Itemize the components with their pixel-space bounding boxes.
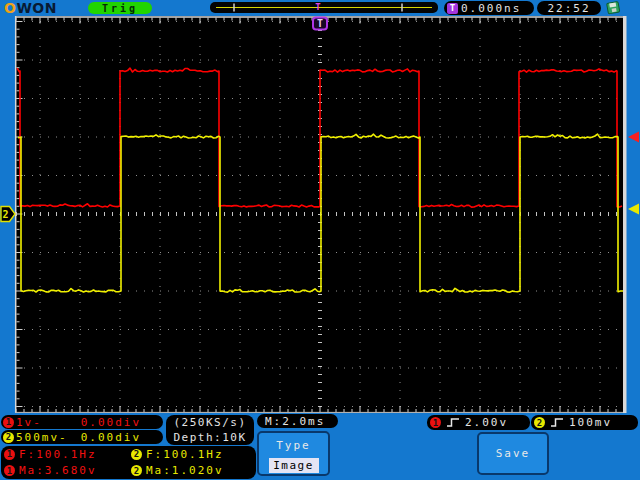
ch1-frequency: F:100.1Hz — [19, 448, 97, 461]
trig-status-badge: Trig — [88, 2, 152, 14]
trigger1-badge: 1 — [430, 417, 441, 428]
clock-value: 22:52 — [547, 2, 590, 15]
menu-type-button[interactable]: Type Image — [257, 431, 330, 476]
menu-type-label: Type — [259, 439, 328, 452]
trig-status-label: Trig — [102, 3, 138, 14]
trigger2-level: 100mv — [569, 416, 612, 429]
sample-rate: (250KS/s) — [173, 415, 246, 430]
save-button[interactable]: Save — [477, 432, 549, 475]
usb-disk-icon — [605, 1, 622, 15]
owon-logo-rest: WON — [16, 0, 57, 16]
trigger1-level: 2.00v — [465, 416, 508, 429]
ch2-max: Ma:1.020v — [146, 464, 224, 477]
trigger-time-icon: T — [447, 3, 458, 14]
measurements-panel: 1F:100.1Hz 2F:100.1Hz 1Ma:3.680v 2Ma:1.0… — [1, 446, 256, 479]
owon-logo: OWON — [4, 0, 57, 16]
ch1-badge: 1 — [3, 417, 14, 428]
record-depth: Depth:10K — [173, 430, 246, 445]
ch1-position: 0.00div — [81, 416, 141, 429]
ch2-zero-marker[interactable]: 2 — [1, 207, 15, 222]
timebase-readout: M:2.0ms — [257, 414, 338, 428]
acquisition-readout: (250KS/s) Depth:10K — [166, 415, 254, 445]
ch1-scale: 1v- — [16, 416, 42, 429]
save-button-label: Save — [496, 447, 531, 460]
clock: 22:52 — [537, 1, 601, 15]
meas-ma1-badge: 1 — [4, 465, 15, 476]
menu-type-value[interactable]: Image — [269, 458, 319, 473]
trigger-time-value: 0.000ns — [461, 2, 521, 15]
ch1-trigger-level-arrow[interactable] — [628, 132, 639, 143]
bar-trigger-marker: T — [315, 2, 321, 12]
ch2-trigger-level-arrow[interactable] — [628, 204, 639, 215]
ch2-position: 0.00div — [81, 431, 141, 444]
ch2-badge: 2 — [3, 432, 14, 443]
ch2-status-row: 2 500mv- 0.00div — [1, 430, 163, 444]
rising-edge-icon — [446, 417, 460, 428]
ch1-max: Ma:3.680v — [19, 464, 97, 477]
rising-edge-icon — [550, 417, 564, 428]
trigger-time-readout: T 0.000ns — [444, 1, 534, 15]
meas-f2-badge: 2 — [131, 449, 142, 460]
ch1-trigger-readout: 1 2.00v — [427, 415, 530, 430]
owon-logo-o: O — [4, 0, 16, 16]
timebase-value: M:2.0ms — [265, 415, 325, 428]
ch2-scale: 500mv- — [16, 431, 68, 444]
trigger-position-marker[interactable]: T — [313, 18, 327, 30]
ch2-trigger-readout: 2 100mv — [531, 415, 638, 430]
waveform-display: T 2 — [0, 16, 640, 414]
ch2-zero-marker-label: 2 — [3, 209, 9, 220]
oscilloscope-screen: { "header": { "logo_o": "O", "logo_rest"… — [0, 0, 640, 480]
trigger-position-marker-label: T — [317, 18, 323, 29]
horizontal-position-bar[interactable]: T — [210, 2, 438, 13]
ch2-frequency: F:100.1Hz — [146, 448, 224, 461]
ch1-status-row: 1 1v- 0.00div — [1, 415, 163, 429]
plot-right-border — [623, 16, 627, 413]
meas-ma2-badge: 2 — [131, 465, 142, 476]
meas-f1-badge: 1 — [4, 449, 15, 460]
trigger2-badge: 2 — [534, 417, 545, 428]
